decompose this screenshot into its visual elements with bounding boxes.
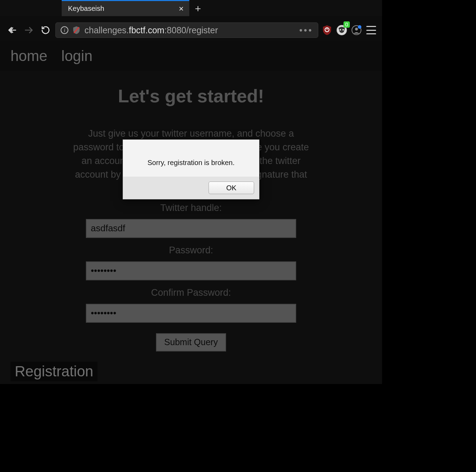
password-input[interactable]	[86, 261, 296, 280]
url-pre: challenges.	[84, 25, 129, 35]
nav-login-link[interactable]: login	[61, 48, 93, 64]
ublock-extension-icon[interactable]	[321, 24, 333, 36]
site-info-icon[interactable]: i	[61, 26, 68, 34]
url-path: :8080/register	[164, 25, 218, 35]
confirm-password-input[interactable]	[86, 304, 296, 323]
site-nav: home login	[0, 41, 382, 71]
registration-form: Twitter handle: Password: Confirm Passwo…	[82, 203, 300, 351]
url-host: fbctf.com	[129, 25, 164, 35]
tab-title: Keybaseish	[68, 5, 104, 13]
hamburger-icon	[366, 26, 376, 34]
page-headline: Let's get started!	[0, 85, 382, 107]
alert-dialog: Sorry, registration is broken. OK	[123, 139, 259, 199]
app-menu-button[interactable]	[365, 24, 377, 36]
tracking-protection-icon[interactable]	[73, 26, 80, 34]
page-content: home login Let's get started! Just give …	[0, 41, 382, 384]
url-text: challenges.fbctf.com:8080/register	[84, 25, 218, 35]
tab-bar: Keybaseish × +	[0, 0, 382, 16]
confirm-password-label: Confirm Password:	[82, 287, 300, 298]
firefox-account-icon[interactable]	[351, 24, 362, 36]
back-button[interactable]	[5, 23, 19, 37]
svg-point-7	[342, 29, 344, 30]
twitter-input[interactable]	[86, 219, 296, 238]
reload-button[interactable]	[39, 23, 53, 37]
svg-point-6	[340, 29, 341, 30]
browser-window: Keybaseish × + i challenges.fbctf.com:80…	[0, 0, 382, 384]
twitter-label: Twitter handle:	[82, 203, 300, 213]
page-actions-icon[interactable]: •••	[299, 25, 313, 36]
privacy-badger-extension-icon[interactable]: 0	[336, 24, 348, 36]
new-tab-button[interactable]: +	[195, 4, 201, 14]
alert-ok-button[interactable]: OK	[209, 182, 254, 194]
extension-badge: 0	[344, 21, 350, 28]
close-tab-icon[interactable]: ×	[179, 5, 184, 13]
nav-toolbar: i challenges.fbctf.com:8080/register •••…	[0, 20, 382, 40]
nav-home-link[interactable]: home	[11, 48, 47, 64]
browser-tab[interactable]: Keybaseish ×	[62, 0, 189, 16]
submit-button[interactable]: Submit Query	[156, 333, 226, 351]
svg-point-8	[355, 28, 358, 30]
alert-footer: OK	[123, 177, 259, 199]
forward-button[interactable]	[22, 23, 36, 37]
alert-message: Sorry, registration is broken.	[123, 140, 259, 177]
url-bar[interactable]: i challenges.fbctf.com:8080/register •••	[55, 22, 318, 38]
password-label: Password:	[82, 245, 300, 256]
section-title: Registration	[11, 362, 97, 381]
